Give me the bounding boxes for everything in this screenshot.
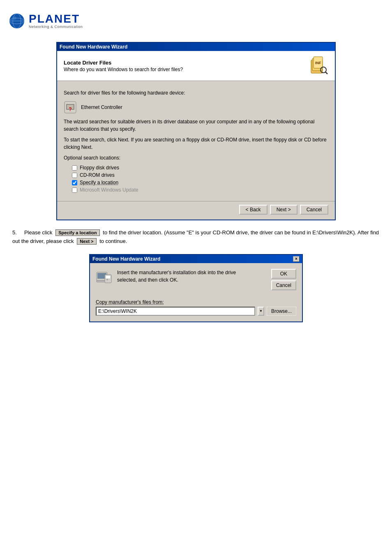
install-disk-icon	[96, 269, 112, 285]
install-body: Insert the manufacturer's installation d…	[90, 263, 302, 296]
logo-subtitle: Networking & Communication	[29, 25, 83, 29]
next-button[interactable]: Next >	[270, 205, 297, 215]
wizard-content: Search for driver files for the followin…	[57, 86, 335, 198]
checkbox-winupdate-label: Microsoft Windows Update	[80, 187, 138, 193]
checkbox-winupdate[interactable]	[72, 187, 77, 193]
copy-from-row: ▼ Browse...	[96, 307, 296, 316]
insert-text2: selected, and then click OK.	[117, 277, 178, 283]
step5-text-before: Please click	[24, 229, 53, 236]
optional-label: Optional search locations:	[64, 154, 328, 162]
checkbox-specify-row[interactable]: Specify a location	[72, 180, 328, 185]
svg-rect-21	[106, 279, 108, 280]
wizard-header: Locate Driver Files Where do you want Wi…	[57, 51, 335, 81]
copy-from-section: Copy manufacturer's files from: ▼ Browse…	[90, 296, 302, 321]
svg-text:INF: INF	[315, 61, 321, 65]
copy-from-label: Copy manufacturer's files from:	[96, 299, 296, 305]
device-name: Ethernet Controller	[81, 104, 122, 110]
logo-planet-name: PLANET	[29, 13, 83, 25]
svg-point-4	[12, 16, 16, 20]
dialog2-close-button[interactable]: ×	[293, 256, 300, 262]
dialog2-titlebar: Found New Hardware Wizard ×	[90, 255, 302, 263]
found-hardware-wizard-dialog: Found New Hardware Wizard Locate Driver …	[56, 42, 336, 220]
step5-inline-btn1: Specify a location	[55, 229, 100, 236]
insert-text1: Insert the manufacturer's installation d…	[117, 270, 236, 275]
back-button[interactable]: < Back	[239, 205, 267, 215]
dialog1-title: Found New Hardware Wizard	[60, 44, 127, 50]
copy-from-input[interactable]	[96, 307, 255, 316]
logo-text: PLANET Networking & Communication	[29, 13, 83, 29]
wizard-text2: To start the search, click Next. If you …	[64, 136, 328, 151]
checkbox-floppy[interactable]	[72, 165, 77, 171]
install-buttons: OK Cancel	[271, 269, 296, 290]
browse-button[interactable]: Browse...	[267, 307, 296, 316]
checkbox-cdrom[interactable]	[72, 173, 77, 178]
dialog1-titlebar: Found New Hardware Wizard	[57, 43, 335, 51]
svg-rect-20	[106, 275, 111, 279]
svg-line-10	[325, 72, 327, 74]
wizard-header-icon: INF	[309, 56, 328, 76]
install-text: Insert the manufacturer's installation d…	[117, 269, 266, 284]
checkbox-cdrom-row[interactable]: CD-ROM drives	[72, 172, 328, 178]
step-number: 5.	[12, 229, 17, 236]
logo-box: PLANET Networking & Communication	[8, 12, 384, 30]
device-row: ? Ethernet Controller	[64, 101, 328, 114]
dialog2-title: Found New Hardware Wizard	[92, 256, 160, 262]
dialog2-ok-button[interactable]: OK	[271, 269, 296, 279]
logo-area: PLANET Networking & Communication	[8, 8, 384, 34]
checkbox-specify-label: Specify a location	[80, 180, 118, 185]
checkbox-specify[interactable]	[72, 180, 77, 185]
unknown-device-icon: ?	[64, 101, 77, 114]
wizard-header-title: Locate Driver Files	[64, 60, 183, 66]
wizard-text1: The wizard searches for suitable drivers…	[64, 118, 328, 133]
search-label: Search for driver files for the followin…	[64, 89, 328, 97]
step5-text-after: to continue.	[99, 238, 127, 244]
step5-container: 5. Please click Specify a location to fi…	[8, 229, 384, 246]
found-hardware-wizard-dialog2: Found New Hardware Wizard × Insert the m…	[89, 254, 303, 322]
dialog2-cancel-button[interactable]: Cancel	[271, 280, 296, 290]
checkbox-floppy-label: Floppy disk drives	[80, 165, 119, 171]
dropdown-arrow-icon[interactable]: ▼	[258, 307, 264, 316]
dialog1-button-bar: < Back Next > Cancel	[57, 201, 335, 220]
cancel-button[interactable]: Cancel	[300, 205, 328, 215]
planet-logo-icon	[8, 12, 25, 30]
checkbox-cdrom-label: CD-ROM drives	[80, 172, 115, 178]
step5-inline-btn2: Next >	[77, 238, 96, 245]
checkbox-floppy-row[interactable]: Floppy disk drives	[72, 165, 328, 171]
wizard-header-subtitle: Where do you want Windows to search for …	[64, 67, 183, 72]
wizard-header-left: Locate Driver Files Where do you want Wi…	[64, 60, 183, 72]
checkbox-winupdate-row[interactable]: Microsoft Windows Update	[72, 187, 328, 193]
svg-text:?: ?	[69, 106, 71, 112]
